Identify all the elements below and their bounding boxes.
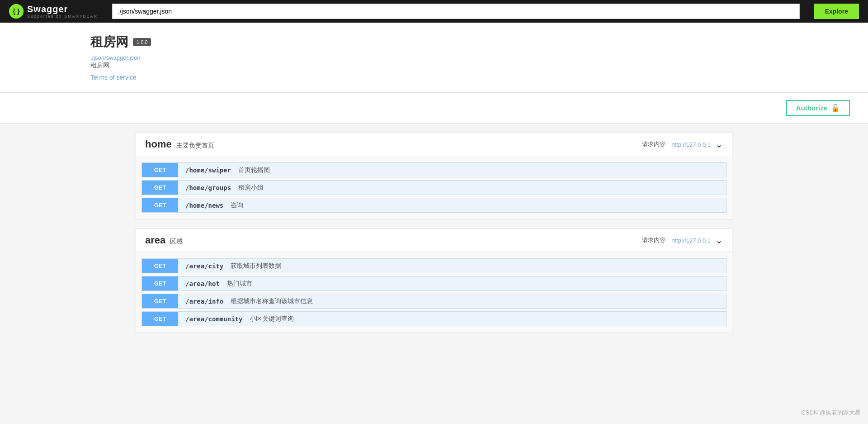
section-name-home: home xyxy=(145,138,172,150)
terms-of-service-link[interactable]: Terms of service xyxy=(90,74,137,81)
section-name-area: area xyxy=(145,234,165,246)
endpoint-path: /home/news xyxy=(178,202,231,209)
spec-url-link[interactable]: ./json/swagger.json xyxy=(90,54,141,61)
endpoint-summary: 小区关键词查询 xyxy=(250,315,294,323)
swagger-sub: Supported by SMARTBEAR xyxy=(27,14,98,19)
endpoint-summary: 首页轮播图 xyxy=(238,166,270,174)
section-desc-area: 区域 xyxy=(170,238,183,246)
section-header-area[interactable]: area区域请求内容:http://127.0.0.1⌄ xyxy=(136,229,732,252)
top-navigation: { } Swagger Supported by SMARTBEAR Explo… xyxy=(0,0,868,23)
main-content: home主要负责首页请求内容:http://127.0.0.1⌄GET/home… xyxy=(118,133,750,333)
request-prefix-area: 请求内容: xyxy=(642,236,667,244)
app-title-row: 租房网 1.0.0 xyxy=(90,33,850,51)
swagger-logo: { } Swagger Supported by SMARTBEAR xyxy=(9,4,98,19)
list-item[interactable]: GET/area/community小区关键词查询 xyxy=(142,311,726,326)
authorize-button[interactable]: Authorize 🔓 xyxy=(786,100,850,116)
url-input-wrap xyxy=(112,4,800,19)
swagger-icon: { } xyxy=(9,4,24,19)
info-section: 租房网 1.0.0 ./json/swagger.json 租房网 Terms … xyxy=(0,23,868,93)
api-section-home: home主要负责首页请求内容:http://127.0.0.1⌄GET/home… xyxy=(136,133,732,219)
request-url-area[interactable]: http://127.0.0.1 xyxy=(671,237,711,244)
version-badge: 1.0.0 xyxy=(133,38,151,46)
list-item[interactable]: GET/home/swiper首页轮播图 xyxy=(142,162,726,177)
section-desc-home: 主要负责首页 xyxy=(176,142,214,150)
endpoint-path: /home/swiper xyxy=(178,167,238,174)
endpoint-path: /area/info xyxy=(178,298,231,305)
lock-icon: 🔓 xyxy=(831,104,840,112)
endpoint-summary: 租房小组 xyxy=(238,184,264,192)
endpoint-summary: 热门城市 xyxy=(227,280,252,288)
method-badge: GET xyxy=(142,163,178,177)
app-description: 租房网 xyxy=(90,62,850,70)
method-badge: GET xyxy=(142,259,178,273)
endpoint-summary: 咨询 xyxy=(231,201,243,210)
method-badge: GET xyxy=(142,312,178,326)
list-item[interactable]: GET/home/news咨询 xyxy=(142,198,726,213)
list-item[interactable]: GET/area/info根据城市名称查询该城市信息 xyxy=(142,294,726,309)
list-item[interactable]: GET/area/city获取城市列表数据 xyxy=(142,258,726,273)
explore-button[interactable]: Explore xyxy=(814,4,859,19)
section-header-home[interactable]: home主要负责首页请求内容:http://127.0.0.1⌄ xyxy=(136,133,732,156)
request-prefix-home: 请求内容: xyxy=(642,140,667,148)
endpoints-container-area: GET/area/city获取城市列表数据GET/area/hot热门城市GET… xyxy=(136,252,732,333)
method-badge: GET xyxy=(142,276,178,291)
endpoint-path: /area/city xyxy=(178,262,231,270)
swagger-text: Swagger Supported by SMARTBEAR xyxy=(27,4,98,19)
watermark: CSDN @执着的派大星 xyxy=(801,409,861,417)
endpoint-summary: 获取城市列表数据 xyxy=(231,262,281,270)
list-item[interactable]: GET/home/groups租房小组 xyxy=(142,180,726,195)
chevron-icon-home: ⌄ xyxy=(715,139,723,150)
spec-url-input[interactable] xyxy=(112,4,800,19)
authorize-label: Authorize xyxy=(796,104,827,112)
list-item[interactable]: GET/area/hot热门城市 xyxy=(142,276,726,291)
method-badge: GET xyxy=(142,294,178,308)
api-section-area: area区域请求内容:http://127.0.0.1⌄GET/area/cit… xyxy=(136,229,732,333)
svg-text:{ }: { } xyxy=(13,8,20,15)
request-url-home[interactable]: http://127.0.0.1 xyxy=(671,141,711,148)
method-badge: GET xyxy=(142,181,178,195)
method-badge: GET xyxy=(142,198,178,212)
chevron-icon-area: ⌄ xyxy=(715,235,723,246)
endpoints-container-home: GET/home/swiper首页轮播图GET/home/groups租房小组G… xyxy=(136,156,732,219)
endpoint-path: /area/hot xyxy=(178,280,227,287)
endpoint-summary: 根据城市名称查询该城市信息 xyxy=(231,297,313,305)
endpoint-path: /home/groups xyxy=(178,184,238,191)
authorize-area: Authorize 🔓 xyxy=(0,93,868,124)
app-title: 租房网 xyxy=(90,33,128,51)
swagger-name: Swagger xyxy=(27,4,98,14)
endpoint-path: /area/community xyxy=(178,315,250,323)
